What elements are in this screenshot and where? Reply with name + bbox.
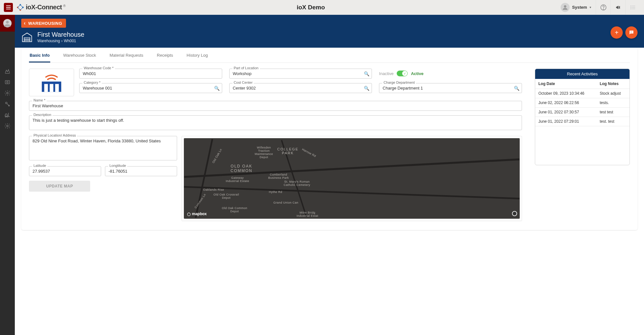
- charge-department-field: Charge Department 🔍: [379, 83, 522, 93]
- sidebar: [0, 15, 15, 335]
- description-input[interactable]: [29, 115, 522, 130]
- list-button[interactable]: [625, 0, 640, 15]
- svg-point-10: [630, 5, 631, 6]
- announcements-button[interactable]: [611, 0, 625, 15]
- svg-rect-16: [5, 81, 9, 84]
- svg-rect-34: [55, 84, 59, 92]
- longitude-field: Longtitude: [105, 166, 177, 176]
- category-input[interactable]: [79, 83, 222, 93]
- name-field: Name *: [29, 101, 522, 111]
- svg-point-18: [7, 92, 8, 94]
- sidebar-item-settings1[interactable]: [0, 89, 15, 97]
- part-of-location-field: Part of Location 🔍: [229, 69, 372, 79]
- tab-receipts[interactable]: Receipts: [156, 48, 174, 62]
- category-field: Category * 🔍: [79, 83, 222, 93]
- sidebar-item-assets[interactable]: [0, 78, 15, 86]
- warehouse-image[interactable]: [29, 69, 74, 96]
- warehouse-icon: [21, 31, 33, 43]
- brand-logo: ioX-Connect®: [16, 3, 66, 12]
- tab-basic-info[interactable]: Basic Info: [29, 48, 50, 62]
- address-field: Physical Location/ Address: [29, 136, 177, 162]
- user-name: System: [572, 5, 587, 10]
- activities-title: Recent Activities: [535, 69, 630, 79]
- svg-rect-32: [44, 84, 48, 92]
- activities-header-row: Log Date Log Notes: [535, 79, 630, 89]
- help-button[interactable]: [596, 0, 611, 15]
- latitude-field: Latitude: [29, 166, 101, 176]
- warehouse-code-input[interactable]: [79, 69, 222, 79]
- active-toggle[interactable]: [397, 71, 408, 76]
- chevron-down-icon: ▾: [590, 5, 591, 9]
- part-of-location-input[interactable]: [229, 69, 372, 79]
- recent-activities-panel: Recent Activities Log Date Log Notes Oct…: [535, 69, 630, 165]
- activity-row[interactable]: October 09, 2023 10:34:46Stock adjust: [535, 89, 630, 98]
- topbar-right: System ▾: [556, 0, 640, 15]
- logo-icon: [16, 3, 24, 12]
- page-header: ‹ WAREHOUSING First Warehouse Warehousin…: [15, 15, 644, 48]
- tab-material-requests[interactable]: Material Requests: [109, 48, 144, 62]
- activity-row[interactable]: June 01, 2022 07:30:57test test: [535, 108, 630, 117]
- svg-point-22: [7, 116, 8, 117]
- svg-point-11: [630, 7, 631, 8]
- sidebar-item-settings2[interactable]: [0, 122, 15, 130]
- cost-center-input[interactable]: [229, 83, 372, 93]
- latitude-input[interactable]: [29, 166, 101, 176]
- warehouse-code-field: Warehouse Code *: [79, 69, 222, 79]
- svg-point-25: [7, 125, 8, 127]
- sidebar-item-forklift[interactable]: [0, 111, 15, 119]
- back-button[interactable]: ‹ WAREHOUSING: [21, 19, 66, 28]
- svg-point-12: [630, 8, 631, 9]
- sidebar-item-dashboard[interactable]: [0, 67, 15, 75]
- sidebar-item-maintenance[interactable]: [0, 100, 15, 108]
- svg-point-17: [7, 81, 8, 83]
- brand-name: ioX-Connect: [26, 4, 62, 11]
- app-title: ioX Demo: [66, 4, 556, 11]
- activity-row[interactable]: June 01, 2022 07:29:01test. test: [535, 117, 630, 126]
- activity-row[interactable]: June 02, 2022 06:22:56tests.: [535, 98, 630, 108]
- topbar: ioX-Connect® ioX Demo System ▾: [0, 0, 644, 15]
- add-button[interactable]: +: [611, 26, 623, 39]
- svg-rect-36: [51, 89, 52, 92]
- description-field: Description: [29, 115, 522, 131]
- status-toggle-group: Inactive Active: [379, 69, 522, 76]
- map-container: OLD OAKCOMMON COLLEGEPARK WillesdenTract…: [182, 136, 522, 221]
- breadcrumb: Warehousing›Wh001: [37, 39, 84, 43]
- sidebar-avatar[interactable]: [0, 15, 15, 32]
- page-title: First Warehouse: [37, 31, 84, 38]
- svg-point-6: [603, 9, 603, 9]
- avatar-icon: [561, 3, 570, 12]
- back-label: WAREHOUSING: [28, 21, 62, 26]
- tab-warehouse-stock[interactable]: Warehouse Stock: [62, 48, 97, 62]
- name-input[interactable]: [29, 101, 522, 111]
- charge-department-input[interactable]: [379, 83, 522, 93]
- tabs: Basic Info Warehouse Stock Material Requ…: [29, 48, 630, 63]
- chevron-left-icon: ‹: [24, 21, 26, 26]
- notes-button[interactable]: [625, 26, 638, 39]
- svg-point-4: [564, 5, 566, 8]
- svg-point-21: [5, 116, 6, 117]
- longitude-input[interactable]: [105, 166, 177, 176]
- update-map-button[interactable]: UPDATE MAP: [29, 181, 90, 192]
- cost-center-field: Cost Center 🔍: [229, 83, 372, 93]
- map-info-icon[interactable]: [512, 211, 517, 216]
- user-menu[interactable]: System ▾: [556, 0, 596, 15]
- main-card: Basic Info Warehouse Stock Material Requ…: [21, 48, 638, 230]
- map[interactable]: OLD OAKCOMMON COLLEGEPARK WillesdenTract…: [184, 138, 520, 219]
- svg-rect-26: [24, 38, 30, 42]
- tab-history-log[interactable]: History Log: [186, 48, 209, 62]
- main-menu-button[interactable]: [4, 3, 13, 12]
- svg-point-14: [6, 21, 9, 24]
- mapbox-attribution: mapbox: [187, 212, 207, 216]
- address-input[interactable]: [29, 136, 177, 160]
